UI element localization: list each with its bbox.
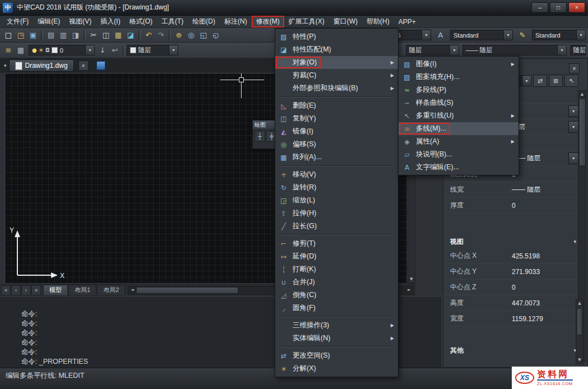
mi-break[interactable]: ╎ 打断(K) ▶ xyxy=(275,263,398,276)
zoom-window-icon[interactable]: ◱ xyxy=(197,30,210,41)
property-row[interactable]: 中心点 X 425.5198 ▾ xyxy=(443,248,587,264)
mi-scale[interactable]: ◲ 缩放(L) ▶ xyxy=(275,194,398,207)
scroll-up-icon[interactable]: ▲ xyxy=(579,91,586,98)
scroll-down-icon[interactable]: ▼ xyxy=(576,356,583,364)
dropdown-arrow-icon[interactable]: ▾ xyxy=(568,105,578,117)
scroll-down-icon[interactable]: ▼ xyxy=(408,276,415,283)
last-tab-icon[interactable]: » xyxy=(31,285,41,295)
mi-offset[interactable]: ◎ 偏移(S) ▶ xyxy=(275,138,398,151)
dropdown-arrow-icon[interactable]: ▾ xyxy=(503,30,512,40)
scroll-right-icon[interactable]: ► xyxy=(405,287,413,294)
tab-layout2[interactable]: 布局2 xyxy=(97,285,125,296)
mi-chamfer[interactable]: ◿ 倒角(C) ▶ xyxy=(275,289,398,302)
mi-lengthen[interactable]: ╱ 拉长(G) ▶ xyxy=(275,220,398,233)
menu-insert[interactable]: 插入(I) xyxy=(96,16,124,27)
lock-icon[interactable]: ◘ xyxy=(45,48,50,53)
mi-rotate[interactable]: ↻ 旋转(R) ▶ xyxy=(275,181,398,194)
dropdown-arrow-icon[interactable]: ▾ xyxy=(568,121,578,133)
mi-object[interactable]: 对象(O) ▶ xyxy=(275,56,398,69)
mi-3d-operations[interactable]: 三维操作(3) ▶ xyxy=(275,319,398,332)
menu-modify[interactable]: 修改(M) xyxy=(252,16,284,27)
cut-icon[interactable]: ✂ xyxy=(87,30,100,41)
open-file-icon[interactable]: ◳ xyxy=(15,30,27,41)
dropdown-arrow-icon[interactable]: ▾ xyxy=(422,30,430,40)
scroll-left-icon[interactable]: ◄ xyxy=(128,287,136,294)
mi-mirror[interactable]: ◭ 镜像(I) ▶ xyxy=(275,125,398,138)
layer-properties-icon[interactable]: ≡ xyxy=(2,45,15,56)
smi-polyline[interactable]: ≈ 多段线(P) ▶ xyxy=(399,84,518,96)
tab-list-icon[interactable]: ▾ xyxy=(4,63,7,68)
scroll-up-icon[interactable]: ▲ xyxy=(576,300,583,307)
smi-mline[interactable]: ≡ 多线(M)... ▶ xyxy=(399,122,518,135)
dropdown-arrow-icon[interactable]: ▾ xyxy=(85,45,94,55)
match-properties-icon[interactable]: ◪ xyxy=(124,30,137,41)
mi-erase[interactable]: ◺ 删除(E) ▶ xyxy=(275,99,398,112)
table-style-icon[interactable]: ✎ xyxy=(516,30,529,41)
mi-trim[interactable]: ⌐ 修剪(T) ▶ xyxy=(275,237,398,250)
property-row[interactable]: 线宽 —— 随层 ▾ xyxy=(443,182,587,198)
mi-clip[interactable]: 剪裁(C) ▶ xyxy=(275,69,398,82)
layer-combo[interactable]: ● ☀ ◘ 0 ▾ xyxy=(29,45,95,55)
menu-app[interactable]: APP+ xyxy=(394,16,420,27)
document-close-icon[interactable]: × xyxy=(78,61,89,71)
text-style-icon[interactable]: A xyxy=(434,30,447,41)
command-scrollbar[interactable]: ▲ ▼ xyxy=(576,299,584,364)
mi-change-space[interactable]: ⇄ 更改空间(S) ▶ xyxy=(275,349,398,362)
property-row[interactable]: 宽度 1159.1279 ▾ xyxy=(443,311,587,327)
menu-dimension[interactable]: 标注(N) xyxy=(220,16,252,27)
make-layer-current-icon[interactable]: ↓ xyxy=(96,45,109,56)
smi-mleader[interactable]: ↖ 多重引线(U) ▶ xyxy=(399,109,518,122)
plot-preview-icon[interactable]: ▥ xyxy=(57,30,70,41)
property-row[interactable]: 中心点 Y 271.9033 ▾ xyxy=(443,264,587,280)
zoom-realtime-icon[interactable]: ◎ xyxy=(185,30,197,41)
property-row[interactable]: 厚度 0 ▾ xyxy=(443,198,587,214)
mi-extend[interactable]: ↦ 延伸(D) ▶ xyxy=(275,250,398,263)
maximize-button[interactable]: □ xyxy=(550,2,567,13)
linetype-combo[interactable]: 随层 ▾ xyxy=(406,45,459,55)
publish-icon[interactable]: ◨ xyxy=(70,30,82,41)
first-tab-icon[interactable]: « xyxy=(1,285,11,295)
smi-text-edit[interactable]: A 文字编辑(E)... ▶ xyxy=(399,161,518,174)
table-style-combo[interactable]: Standard ▾ xyxy=(532,30,586,40)
menu-draw[interactable]: 绘图(D) xyxy=(188,16,220,27)
property-row[interactable]: 高度 447.0073 ▾ xyxy=(443,295,587,311)
collapse-icon[interactable]: ▾ xyxy=(573,239,576,244)
plot-icon[interactable]: ▤ xyxy=(45,30,57,41)
select-objects-icon[interactable]: ↖ xyxy=(564,75,578,87)
dropdown-arrow-icon[interactable]: ▾ xyxy=(522,76,531,86)
menu-edit[interactable]: 编辑(E) xyxy=(33,16,64,27)
smi-spline[interactable]: ∽ 样条曲线(S) ▶ xyxy=(399,96,518,109)
property-row[interactable]: 中心点 Z 0 ▾ xyxy=(443,280,587,295)
document-tab[interactable]: Drawing1.dwg xyxy=(9,59,74,72)
menu-view[interactable]: 视图(V) xyxy=(64,16,96,27)
mi-explode[interactable]: ∗ 分解(X) ▶ xyxy=(275,362,398,375)
layer-previous-icon[interactable]: ↩ xyxy=(109,45,121,56)
dropdown-arrow-icon[interactable]: ▾ xyxy=(557,45,566,55)
mi-copy[interactable]: ◫ 复制(Y) ▶ xyxy=(275,112,398,125)
dropdown-arrow-icon[interactable]: ▾ xyxy=(576,30,585,40)
smi-image[interactable]: ▤ 图像(I) ▶ xyxy=(399,58,518,71)
paste-icon[interactable]: ▦ xyxy=(112,30,124,41)
scrollbar-thumb[interactable] xyxy=(136,287,238,294)
menu-format[interactable]: 格式(O) xyxy=(125,16,157,27)
section-view[interactable]: 视图 ▾ xyxy=(443,235,587,248)
properties-close-icon[interactable]: × xyxy=(569,63,580,73)
quick-select-icon[interactable]: ⊞ xyxy=(549,75,563,87)
mi-match-properties[interactable]: ◪ 特性匹配(M) ▶ xyxy=(275,43,398,56)
menu-window[interactable]: 窗口(W) xyxy=(329,16,362,27)
new-file-icon[interactable]: □ xyxy=(2,30,15,41)
text-style-combo[interactable]: Standard ▾ xyxy=(450,30,513,40)
copy-icon[interactable]: ◫ xyxy=(100,30,112,41)
palette-tool-icon-1[interactable]: ┼ xyxy=(254,131,265,142)
mi-xref-block-edit[interactable]: 外部参照和块编辑(B) ▶ xyxy=(275,82,398,95)
menu-help[interactable]: 帮助(H) xyxy=(362,16,394,27)
smi-hatch[interactable]: ▨ 图案填充(H)... ▶ xyxy=(399,71,518,84)
smi-block-description[interactable]: ▱ 块说明(B)... ▶ xyxy=(399,148,518,161)
menu-file[interactable]: 文件(F) xyxy=(2,16,33,27)
menu-tools[interactable]: 工具(T) xyxy=(157,16,188,27)
redo-icon[interactable]: ↷ xyxy=(155,30,167,41)
minimize-button[interactable]: – xyxy=(531,2,548,13)
section-other[interactable]: 其他 ▾ xyxy=(443,344,587,357)
lineweight-combo[interactable]: —— 随层 ▾ xyxy=(462,45,567,55)
mi-properties[interactable]: ▨ 特性(P) ▶ xyxy=(275,30,398,43)
